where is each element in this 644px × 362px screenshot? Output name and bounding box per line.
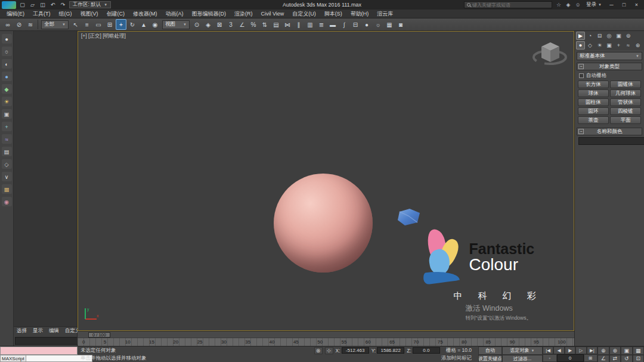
new-scene-icon[interactable]: ▢ [18, 1, 27, 9]
subcat-geometry[interactable]: ● [576, 41, 585, 49]
display-helpers-icon[interactable]: + [2, 122, 12, 131]
workspace-dropdown[interactable]: 工作区: 默认 ▼ [69, 1, 111, 8]
angle-snap-icon[interactable]: ∠ [237, 19, 247, 30]
minimize-button[interactable]: ─ [606, 1, 617, 9]
autogrid-checkbox[interactable] [579, 73, 584, 78]
go-to-start-button[interactable]: |◀ [543, 346, 553, 354]
display-groups-icon[interactable]: ▤ [2, 147, 12, 156]
zoom-all-icon[interactable]: ⊛ [609, 346, 621, 355]
signin-button[interactable]: 登录 ▼ [584, 1, 603, 8]
redo-icon[interactable]: ↷ [58, 1, 67, 9]
display-none-icon[interactable]: ○ [2, 47, 12, 56]
object-type-button[interactable]: 圆环 [578, 107, 609, 115]
name-color-rollout-header[interactable]: − 名称和颜色 [577, 128, 642, 135]
key-filters-button[interactable]: 过滤器... [502, 355, 543, 362]
material-editor-icon[interactable]: ● [361, 19, 372, 30]
favorites-star-icon[interactable]: ☆ [555, 2, 563, 8]
display-lights-icon[interactable]: ☀ [2, 97, 12, 106]
subcat-lights[interactable]: ☀ [595, 41, 604, 49]
menu-item[interactable]: Civil View [257, 10, 289, 18]
select-and-scale-icon[interactable]: ▲ [138, 19, 149, 30]
menu-item[interactable]: 帮助(H) [346, 10, 373, 18]
zoom-extents-icon[interactable]: ▣ [621, 346, 633, 355]
selected-filter-dropdown[interactable]: 选定对象 ▼ [502, 346, 543, 355]
schematic-view-icon[interactable]: ⊟ [350, 19, 361, 30]
menu-item[interactable]: 图形编辑器(D) [188, 10, 231, 18]
scene-explorer-menu[interactable]: 显示 [30, 327, 46, 335]
undo-icon[interactable]: ↶ [48, 1, 57, 9]
use-pivot-center-icon[interactable]: ⊙ [191, 19, 202, 30]
absolute-mode-icon[interactable]: ⊹ [325, 347, 333, 354]
window-crossing-icon[interactable]: ⊞ [104, 19, 115, 30]
track-bar[interactable]: 0510152025303540455055606570758085909510… [78, 338, 574, 346]
percent-snap-icon[interactable]: % [248, 19, 259, 30]
auto-key-button[interactable]: 自动 [478, 346, 502, 355]
spinner-snap-icon[interactable]: ⇅ [259, 19, 270, 30]
time-slider-handle[interactable]: 0 / 100 [88, 332, 110, 338]
display-materials-icon[interactable]: ◉ [2, 197, 12, 206]
tab-modify[interactable]: ◔ [586, 32, 595, 40]
ribbon-toggle-icon[interactable]: ▬ [327, 19, 338, 30]
select-and-manipulate-icon[interactable]: ◈ [203, 19, 213, 30]
macro-recorder-strip[interactable] [0, 346, 78, 355]
play-button[interactable]: ▶ [565, 346, 575, 354]
viewport-canvas[interactable]: [+] [正交] [明暗处理] x [78, 31, 574, 331]
display-containers-icon[interactable]: ▦ [2, 184, 12, 194]
previous-frame-button[interactable]: ◀ [553, 346, 564, 354]
display-xrefs-icon[interactable]: ◇ [2, 159, 12, 169]
snaps-toggle-icon[interactable]: 3 [225, 19, 236, 30]
select-and-link-icon[interactable]: ∞ [2, 19, 13, 30]
subcat-space-warps[interactable]: ≈ [624, 41, 633, 49]
tab-motion[interactable]: ◎ [605, 32, 614, 40]
add-time-tag[interactable]: 添加时间标记 [441, 355, 472, 362]
category-dropdown[interactable]: 标准基本体 ▼ [577, 52, 642, 60]
menu-item[interactable]: 渲云库 [373, 10, 397, 18]
display-invert-icon[interactable]: ◐ [2, 59, 12, 69]
x-value-field[interactable]: -512.463 [342, 347, 369, 354]
menu-item[interactable]: 创建(C) [103, 10, 129, 18]
reference-coordinate-dropdown[interactable]: 视图 ▼ [162, 20, 190, 29]
tab-hierarchy[interactable]: ⊟ [595, 32, 604, 40]
rectangular-selection-region-icon[interactable]: ▭ [93, 19, 104, 30]
scene-explorer-search-input[interactable] [15, 337, 82, 345]
render-production-icon[interactable]: ◙ [395, 19, 406, 30]
curve-editor-icon[interactable]: ∫ [339, 19, 349, 30]
menu-item[interactable]: 视图(V) [76, 10, 103, 18]
scene-explorer-list[interactable] [14, 31, 77, 326]
object-type-button[interactable]: 茶壶 [578, 116, 609, 124]
subcat-shapes[interactable]: ◇ [586, 41, 595, 49]
rendered-frame-window-icon[interactable]: ▦ [384, 19, 395, 30]
object-type-button[interactable]: 几何球体 [610, 89, 641, 97]
sphere-object[interactable] [274, 174, 373, 273]
z-value-field[interactable]: 0.0 [413, 347, 440, 354]
time-configuration-icon[interactable]: ⊞ [584, 354, 598, 362]
subcat-helpers[interactable]: + [614, 41, 623, 49]
set-key-button[interactable]: 设置关键点 [478, 355, 502, 362]
unlink-selection-icon[interactable]: ⊘ [14, 19, 24, 30]
object-name-input[interactable] [578, 137, 644, 145]
align-icon[interactable]: ∥ [293, 19, 304, 30]
selection-filter-dropdown[interactable]: 全部 ▼ [41, 20, 69, 29]
menu-item[interactable]: 组(G) [55, 10, 76, 18]
display-bones-icon[interactable]: ∨ [2, 172, 12, 181]
menu-item[interactable]: 脚本(S) [320, 10, 346, 18]
menu-item[interactable]: 编辑(E) [2, 10, 29, 18]
display-shapes-icon[interactable]: ◆ [2, 84, 12, 94]
orbit-icon[interactable]: ↺ [621, 355, 633, 362]
lock-selection-icon[interactable]: ⊗ [314, 347, 323, 354]
display-all-icon[interactable]: ● [2, 34, 12, 44]
named-selection-sets-icon[interactable]: ▤ [271, 19, 281, 30]
keyboard-override-icon[interactable]: ⊠ [214, 19, 225, 30]
maxscript-label[interactable]: MAXScript [0, 355, 26, 362]
display-space-warps-icon[interactable]: ≈ [2, 134, 12, 144]
select-and-place-icon[interactable]: ◉ [150, 19, 160, 30]
object-type-button[interactable]: 平面 [610, 116, 641, 124]
current-frame-field[interactable]: 0 [557, 354, 584, 362]
object-type-button[interactable]: 球体 [578, 89, 609, 97]
tab-utilities[interactable]: ⊚ [624, 32, 633, 40]
object-type-button[interactable]: 管状体 [610, 98, 641, 106]
object-type-button[interactable]: 圆柱体 [578, 98, 609, 106]
menu-item[interactable]: 渲染(R) [230, 10, 257, 18]
object-type-button[interactable]: 四棱锥 [610, 107, 641, 115]
go-to-end-button[interactable]: ▶| [587, 346, 597, 354]
